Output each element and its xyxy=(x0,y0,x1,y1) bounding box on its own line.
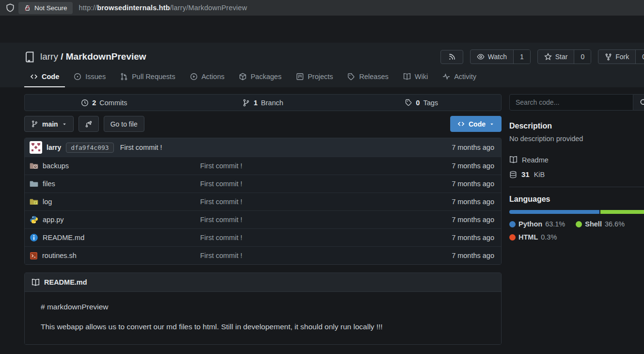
repo-size-value: 31 xyxy=(521,170,530,178)
backups-folder-icon xyxy=(30,161,38,170)
branch-icon xyxy=(242,99,250,107)
file-link[interactable]: routines.sh xyxy=(30,252,200,260)
search-button[interactable] xyxy=(633,94,644,111)
star-button[interactable]: Star 0 xyxy=(537,49,591,64)
repo-tabs: Code Issues Pull Requests xyxy=(24,67,644,87)
file-commit-message[interactable]: First commit ! xyxy=(200,234,452,241)
clock-icon xyxy=(81,99,89,107)
commit-message[interactable]: First commit ! xyxy=(120,144,162,151)
browser-address-bar: Not Secure http://browsedinternals.htb/l… xyxy=(0,0,644,16)
branches-stat[interactable]: 1Branch xyxy=(184,95,343,111)
url-field[interactable]: http://browsedinternals.htb/larry/Markdo… xyxy=(79,4,247,12)
insecure-lock-icon xyxy=(24,4,31,12)
star-count[interactable]: 0 xyxy=(574,50,591,64)
language-shell: Shell36.6% xyxy=(576,220,625,228)
file-time: 7 months ago xyxy=(452,180,496,188)
languages-legend: Python63.1% Shell36.6% HTML0.3% xyxy=(509,220,644,241)
commits-stat[interactable]: 2Commits xyxy=(25,95,184,111)
commit-author[interactable]: larry xyxy=(47,144,61,151)
folder-icon xyxy=(30,179,38,188)
watch-count[interactable]: 1 xyxy=(513,50,530,64)
go-to-file-button[interactable]: Go to file xyxy=(104,116,144,132)
file-link[interactable]: app.py xyxy=(30,215,200,224)
language-html: HTML0.3% xyxy=(509,233,557,241)
main-column: 2Commits 1Branch xyxy=(24,94,502,345)
branch-selector[interactable]: main xyxy=(24,116,74,132)
tab-wiki[interactable]: Wiki xyxy=(397,68,434,87)
file-commit-message[interactable]: First commit ! xyxy=(200,180,452,188)
caret-down-icon xyxy=(489,122,494,127)
fork-button[interactable]: Fork 0 xyxy=(598,49,644,64)
description-text: No description provided xyxy=(509,135,644,143)
watch-button[interactable]: Watch 1 xyxy=(470,49,531,64)
tag-icon xyxy=(405,99,412,106)
languages-bar xyxy=(509,210,644,214)
readme-label: Readme xyxy=(522,156,549,164)
file-commit-message[interactable]: First commit ! xyxy=(200,216,452,224)
file-commit-message[interactable]: First commit ! xyxy=(200,162,452,170)
commit-hash[interactable]: dfa9f4c093 xyxy=(66,143,113,153)
shield-icon[interactable] xyxy=(6,3,15,12)
description-title: Description xyxy=(509,122,644,130)
security-chip[interactable]: Not Secure xyxy=(18,2,73,14)
tags-stat[interactable]: 0Tags xyxy=(342,95,501,111)
tab-activity[interactable]: Activity xyxy=(437,68,482,87)
repo-title-separator: / xyxy=(61,51,63,62)
readme-filename[interactable]: README.md xyxy=(44,278,87,286)
file-row: files First commit ! 7 months ago xyxy=(25,175,501,193)
file-time: 7 months ago xyxy=(452,162,496,170)
tab-actions[interactable]: Actions xyxy=(184,68,231,87)
repo-name[interactable]: MarkdownPreview xyxy=(66,51,146,62)
tab-code[interactable]: Code xyxy=(24,68,65,87)
repo-action-buttons: Watch 1 Star 0 xyxy=(440,49,644,64)
file-time: 7 months ago xyxy=(452,216,496,224)
fork-count[interactable]: 0 xyxy=(635,50,644,64)
commit-time: 7 months ago xyxy=(452,144,496,151)
star-icon xyxy=(544,53,552,61)
readme-panel: README.md # markdownPreview This webapp … xyxy=(24,273,502,345)
branch-icon xyxy=(31,120,38,128)
book-icon xyxy=(31,278,40,287)
file-row: backups First commit ! 7 months ago xyxy=(25,157,501,175)
repo-size-unit: KiB xyxy=(534,171,545,178)
repo-owner[interactable]: larry xyxy=(40,51,58,62)
database-icon xyxy=(509,171,517,178)
tab-pull-requests[interactable]: Pull Requests xyxy=(114,68,181,87)
file-commit-message[interactable]: First commit ! xyxy=(200,198,452,206)
rss-icon xyxy=(448,53,456,61)
sidebar: Description No description provided Read… xyxy=(509,94,644,241)
info-icon xyxy=(30,233,38,242)
repo-size-meta[interactable]: 31 KiB xyxy=(509,170,644,178)
tab-projects[interactable]: Projects xyxy=(290,68,339,87)
search-input[interactable] xyxy=(509,94,633,111)
file-link[interactable]: README.md xyxy=(30,233,200,242)
watch-label: Watch xyxy=(488,53,507,61)
package-icon xyxy=(239,73,247,80)
terminal-icon xyxy=(30,252,38,260)
repo-stats-bar: 2Commits 1Branch xyxy=(24,94,502,111)
rss-button[interactable] xyxy=(440,50,463,64)
tab-issues[interactable]: Issues xyxy=(68,68,111,87)
avatar[interactable] xyxy=(30,141,42,154)
compare-branches-button[interactable] xyxy=(79,116,99,132)
readme-meta[interactable]: Readme xyxy=(509,156,644,164)
file-link[interactable]: files xyxy=(30,179,200,188)
file-link[interactable]: backups xyxy=(30,161,200,170)
tab-releases[interactable]: Releases xyxy=(342,68,394,87)
code-download-button[interactable]: Code xyxy=(450,116,502,132)
fork-label: Fork xyxy=(615,53,629,61)
url-path: /larry/MarkdownPreview xyxy=(170,4,247,12)
page: Not Secure http://browsedinternals.htb/l… xyxy=(0,0,644,354)
python-icon xyxy=(30,215,38,224)
file-time: 7 months ago xyxy=(452,198,496,206)
file-commit-message[interactable]: First commit ! xyxy=(200,252,452,259)
pull-request-icon xyxy=(120,73,128,80)
file-time: 7 months ago xyxy=(452,252,496,259)
caret-down-icon xyxy=(62,122,67,127)
eye-icon xyxy=(477,53,485,61)
tab-packages[interactable]: Packages xyxy=(233,68,287,87)
actions-icon xyxy=(190,73,198,80)
project-icon xyxy=(296,73,304,80)
page-top-gap xyxy=(0,16,644,43)
file-link[interactable]: log xyxy=(30,197,200,206)
